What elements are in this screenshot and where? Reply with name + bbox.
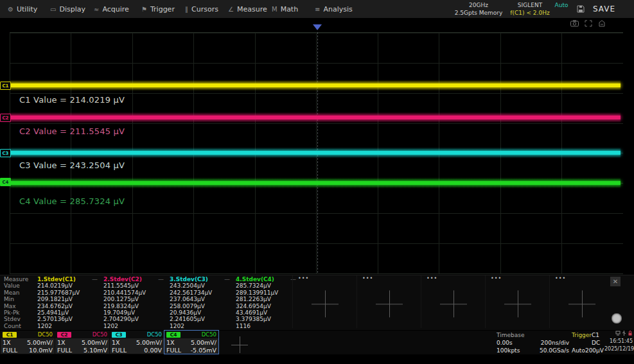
menu-cursors[interactable]: ∥Cursors	[185, 0, 218, 18]
math-icon: M	[272, 6, 277, 13]
history-icon[interactable]	[598, 20, 606, 27]
ruler-icon: ∠	[228, 6, 234, 13]
waveform-c2	[10, 112, 621, 123]
clock-block: 16:51:45 2025/12/19	[604, 331, 633, 353]
screen-bottom-margin	[0, 354, 634, 364]
measure-column-c4[interactable]: 4.Stdev(C4)— 285.7324µV 289.139911µV 281…	[236, 276, 300, 329]
menu-math[interactable]: MMath	[272, 0, 298, 18]
collapse-icon[interactable]: —	[92, 276, 98, 282]
cursor-lines-icon: ∥	[185, 6, 188, 13]
bandwidth-readout: 20GHz	[450, 1, 507, 9]
c1-coupling: DC50	[38, 331, 53, 338]
more-options-icon[interactable]: •••	[362, 275, 373, 281]
channel-marker-c3[interactable]: C3	[0, 149, 11, 157]
close-measure-panel-button[interactable]: ✕	[610, 277, 621, 286]
c2-badge: C2	[57, 332, 71, 338]
analysis-icon: ≡	[315, 6, 320, 13]
collapse-icon[interactable]: —	[158, 276, 164, 282]
display-icon: ▭	[50, 6, 56, 13]
waveform-c1	[10, 80, 621, 91]
more-options-icon[interactable]: •••	[555, 275, 566, 281]
c3-coupling: DC50	[147, 331, 162, 338]
measure-slot-7: •••	[421, 275, 485, 328]
brand-trigger-freq: SIGLENT f(C1) < 2.0Hz	[509, 1, 551, 17]
menu-display[interactable]: ▭Display	[50, 0, 85, 18]
acquire-mode-badge[interactable]: Auto	[552, 1, 570, 9]
add-channel-icon[interactable]	[231, 336, 248, 353]
trigger-position-indicator[interactable]	[313, 24, 322, 30]
waveform-c3	[10, 148, 621, 158]
channel-marker-c2[interactable]: C2	[0, 114, 11, 122]
measure-slot-5: •••	[292, 275, 357, 328]
measure-row-labels: MeasureValue MeanMin MaxPk-Pk StdevCount	[4, 276, 35, 329]
menu-acquire[interactable]: ≈Acquire	[94, 0, 129, 18]
date-readout: 2025/12/19	[604, 345, 633, 353]
channel-descriptor-c1[interactable]: C1DC50 1X5.00mV/ FULL10.0mV	[1, 331, 55, 354]
measure-slot-6: •••	[357, 275, 421, 328]
add-measurement-icon[interactable]	[504, 290, 531, 317]
menu-measure[interactable]: ∠Measure	[228, 0, 267, 18]
c2-coupling: DC50	[92, 331, 107, 338]
c3-value-annotation: C3 Value = 243.2504 µV	[19, 160, 125, 170]
add-measurement-icon[interactable]	[312, 290, 339, 317]
add-measurement-icon[interactable]	[376, 290, 403, 317]
flag-icon: ⚑	[141, 6, 147, 13]
more-options-icon[interactable]: •••	[427, 275, 437, 281]
menu-bar: ⚙Utility ▭Display ≈Acquire ⚑Trigger ∥Cur…	[0, 0, 634, 19]
menu-utility[interactable]: ⚙Utility	[8, 0, 37, 18]
more-options-icon[interactable]: •••	[491, 275, 502, 281]
more-options-icon[interactable]: •••	[298, 275, 309, 281]
channel-descriptor-c2[interactable]: C2DC50 1X5.00mV/ FULL5.10mV	[55, 331, 109, 354]
fullscreen-icon[interactable]	[585, 20, 592, 27]
measure-column-c2[interactable]: 2.Stdev(C2)— 211.5545µV 210.441574µV 200…	[103, 276, 168, 329]
menu-analysis[interactable]: ≡Analysis	[315, 0, 353, 18]
acquisition-status[interactable]: 20GHz 2.5Gpts Memory	[450, 1, 507, 17]
add-measurement-icon[interactable]	[440, 290, 467, 317]
wave-icon: ≈	[94, 6, 99, 13]
c4-coupling: DC50	[202, 331, 216, 338]
quick-icons	[570, 19, 617, 28]
memory-readout: 2.5Gpts Memory	[450, 9, 507, 17]
c4-value-annotation: C4 Value = 285.7324 µV	[19, 196, 125, 206]
collapse-icon[interactable]: —	[224, 276, 230, 282]
camera-icon[interactable]	[570, 20, 579, 27]
panel-drag-handle[interactable]	[612, 313, 622, 324]
timebase-descriptor[interactable]: Timebase 0.00s200ns/div 100kpts50.0GSa/s	[497, 331, 569, 354]
measure-slot-9: •••	[549, 275, 613, 328]
channel-descriptor-c3[interactable]: C3DC50 1X5.00mV/ FULL0.00V	[110, 331, 164, 354]
time-readout: 16:51:45	[604, 338, 633, 345]
c2-value-annotation: C2 Value = 211.5545 µV	[19, 126, 125, 136]
menu-trigger[interactable]: ⚑Trigger	[141, 0, 175, 18]
save-icon[interactable]	[577, 0, 585, 18]
channel-marker-c4[interactable]: C4	[0, 178, 11, 186]
brand-label: SIGLENT	[509, 1, 551, 9]
gear-icon: ⚙	[8, 6, 13, 13]
c3-badge: C3	[112, 332, 126, 338]
c1-badge: C1	[3, 332, 17, 338]
measure-column-c3[interactable]: 3.Stdev(C3)— 243.2504µV 242.561734µV 237…	[170, 276, 234, 329]
trigger-frequency-readout: f(C1) < 2.0Hz	[509, 9, 551, 17]
channel-descriptor-c4[interactable]: C4DC50 1X5.00mV/ FULL-5.05mV	[164, 331, 218, 354]
c4-badge: C4	[166, 332, 181, 338]
channel-marker-c1[interactable]: C1	[0, 82, 11, 90]
measure-column-c1[interactable]: 1.Stdev(C1)— 214.0219µV 215.977687µV 209…	[37, 276, 101, 329]
measure-slot-8: •••	[485, 275, 549, 328]
waveform-c4	[10, 178, 621, 188]
c1-value-annotation: C1 Value = 214.0219 µV	[19, 95, 125, 105]
add-measurement-icon[interactable]	[568, 290, 595, 317]
save-button[interactable]: SAVE	[593, 0, 615, 18]
